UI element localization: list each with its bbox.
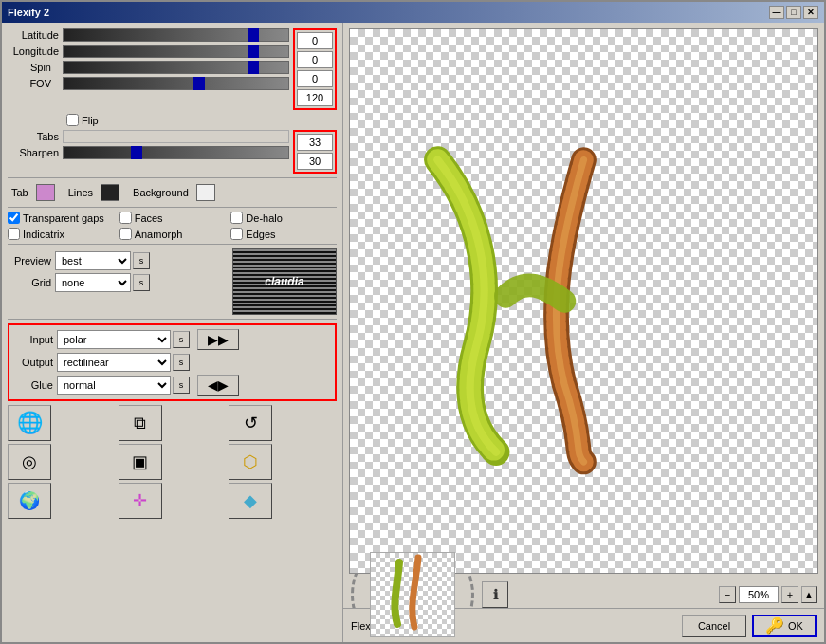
square-button[interactable]: ▣ [119, 444, 162, 480]
tabs-value-input[interactable] [297, 134, 333, 151]
grid-s-button[interactable]: s [133, 274, 150, 291]
grid-row: Grid none lines dots s [8, 273, 150, 292]
faces-checkbox[interactable] [119, 212, 132, 224]
tabs-sharpen-section: Tabs Sharpen [8, 130, 337, 174]
indicatrix-label[interactable]: Indicatrix [8, 228, 114, 240]
checkboxes-grid: Transparent gaps Faces De-halo Indicatri… [8, 212, 337, 240]
flip-checkbox[interactable] [66, 114, 79, 126]
output-label: Output [13, 357, 57, 368]
indicatrix-checkbox[interactable] [8, 228, 20, 240]
fov-slider[interactable] [63, 77, 289, 90]
ok-button[interactable]: 🔑 OK [752, 615, 817, 637]
scroll-up-button[interactable]: ▲ [801, 586, 817, 603]
crosshair-button[interactable]: ✛ [119, 483, 162, 519]
preview-dropdown[interactable]: best normal fast [55, 251, 131, 270]
value-inputs-group [293, 28, 337, 110]
grid-dropdown[interactable]: none lines dots [55, 273, 131, 292]
spin-value-input[interactable] [297, 70, 333, 87]
glue-s-button[interactable]: s [173, 377, 190, 394]
preview-image-area [349, 28, 818, 574]
edges-label[interactable]: Edges [230, 228, 337, 240]
tabs-label: Tabs [8, 131, 63, 142]
transparent-gaps-text: Transparent gaps [23, 212, 104, 224]
flip-row: Flip [66, 114, 337, 126]
play-buttons-1: ▶▶ [197, 329, 239, 350]
fov-thumb[interactable] [193, 77, 205, 90]
global-icon-button[interactable]: 🌍 [8, 483, 51, 519]
input-output-glue-section: Input polar rectilinear equirectangular … [8, 323, 337, 401]
transparent-gaps-label[interactable]: Transparent gaps [8, 212, 114, 224]
preview-s-button[interactable]: s [133, 252, 150, 269]
flip-label: Flip [82, 115, 99, 126]
spin-slider[interactable] [63, 61, 289, 74]
right-bottom-bar: ℹ − 50% + ▲ [343, 580, 824, 608]
cube-button[interactable]: ⬡ [229, 444, 272, 480]
longitude-slider[interactable] [63, 45, 289, 58]
output-s-button[interactable]: s [173, 354, 190, 371]
sharpen-thumb[interactable] [131, 146, 142, 159]
circle-button[interactable]: ◎ [8, 444, 51, 480]
play-forward-button[interactable]: ▶▶ [197, 329, 239, 350]
sharpen-value-input[interactable] [297, 153, 333, 170]
latitude-slider[interactable] [63, 28, 289, 42]
anamorph-text: Anamorph [135, 229, 183, 240]
play-buttons-2: ◀▶ [197, 375, 239, 396]
diamond-button[interactable]: ◆ [229, 483, 272, 519]
sharpen-row: Sharpen [8, 146, 289, 159]
sharpen-slider[interactable] [63, 146, 289, 159]
info-button[interactable]: ℹ [482, 581, 508, 608]
fov-value-input[interactable] [297, 89, 333, 106]
zoom-in-button[interactable]: + [781, 586, 798, 603]
tabs-row: Tabs [8, 130, 289, 143]
globe-button[interactable]: 🌐 [8, 405, 51, 441]
edges-checkbox[interactable] [230, 228, 243, 240]
spin-row: Spin [8, 61, 289, 74]
maximize-button[interactable]: □ [786, 6, 801, 19]
cancel-button[interactable]: Cancel [682, 615, 746, 637]
tab-label: Tab [11, 187, 28, 198]
undo-button[interactable]: ↺ [229, 405, 272, 441]
background-label: Background [133, 187, 189, 198]
input-dropdown[interactable]: polar rectilinear equirectangular [57, 330, 171, 349]
input-s-button[interactable]: s [173, 331, 190, 348]
glue-row: Glue normal blend overlap s ◀▶ [13, 375, 331, 396]
lines-color-box[interactable] [101, 184, 119, 201]
spin-label: Spin [8, 62, 63, 73]
de-halo-checkbox[interactable] [230, 212, 243, 224]
copy-button[interactable]: ⧉ [119, 405, 162, 441]
window-title: Flexify 2 [8, 7, 49, 18]
de-halo-label[interactable]: De-halo [230, 212, 337, 224]
input-label: Input [13, 334, 57, 345]
logo-thumbnail: claudia [232, 248, 337, 315]
anamorph-checkbox[interactable] [119, 228, 132, 240]
ok-label: OK [788, 620, 803, 632]
fov-row: FOV [8, 77, 289, 90]
minimize-button[interactable]: — [769, 6, 784, 19]
input-row: Input polar rectilinear equirectangular … [13, 329, 331, 350]
anamorph-label[interactable]: Anamorph [119, 228, 226, 240]
longitude-thumb[interactable] [248, 45, 259, 58]
longitude-value-input[interactable] [297, 51, 333, 68]
edges-text: Edges [246, 229, 275, 240]
output-row: Output rectilinear polar equirectangular… [13, 353, 331, 372]
rope-preview-svg [350, 29, 817, 573]
mini-canvas [370, 552, 455, 637]
faces-label[interactable]: Faces [119, 212, 226, 224]
bg-color-box[interactable] [196, 184, 215, 201]
play-back-button[interactable]: ◀▶ [197, 375, 239, 396]
glue-dropdown[interactable]: normal blend overlap [57, 376, 171, 395]
zoom-out-button[interactable]: − [719, 586, 736, 603]
longitude-row: Longitude [8, 45, 289, 58]
tab-color-box[interactable] [36, 184, 55, 201]
mini-rope-svg [371, 553, 456, 638]
latitude-value-input[interactable] [297, 32, 333, 49]
close-button[interactable]: ✕ [803, 6, 818, 19]
indicatrix-text: Indicatrix [23, 229, 64, 240]
fov-label: FOV [8, 78, 63, 89]
transparent-gaps-checkbox[interactable] [8, 212, 20, 224]
spin-thumb[interactable] [248, 61, 259, 74]
latitude-thumb[interactable] [248, 28, 259, 42]
flip-checkbox-label[interactable]: Flip [66, 114, 99, 126]
titlebar-buttons: — □ ✕ [769, 6, 818, 19]
output-dropdown[interactable]: rectilinear polar equirectangular [57, 353, 171, 372]
